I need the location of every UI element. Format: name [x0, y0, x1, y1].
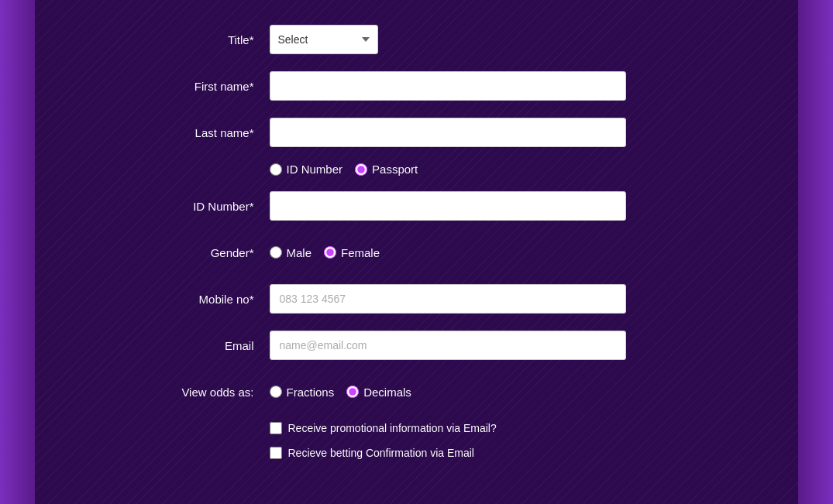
mobile-row: Mobile no*	[115, 283, 719, 315]
view-odds-row: View odds as: Fractions Decimals	[115, 375, 719, 408]
last-name-label: Last name*	[115, 126, 270, 139]
passport-option[interactable]: Passport	[355, 163, 418, 176]
promo-email-checkbox[interactable]	[270, 422, 282, 434]
male-option-label: Male	[287, 246, 312, 259]
first-name-input[interactable]	[270, 71, 626, 101]
id-type-row: ID Number Passport	[115, 163, 719, 176]
title-control: Select Mr Mrs Miss Ms Dr Prof	[270, 25, 719, 54]
passport-radio[interactable]	[355, 163, 367, 176]
gender-label: Gender*	[115, 246, 270, 259]
promo-email-option[interactable]: Receive promotional information via Emai…	[270, 422, 497, 434]
first-name-row: First name*	[115, 70, 719, 102]
id-number-row: ID Number*	[115, 190, 719, 222]
passport-option-label: Passport	[372, 163, 418, 176]
email-input[interactable]	[270, 331, 626, 360]
betting-confirm-row: Recieve betting Confirmation via Email	[115, 447, 719, 459]
id-number-control	[270, 191, 719, 221]
fractions-option[interactable]: Fractions	[270, 386, 335, 399]
id-number-input[interactable]	[270, 191, 626, 221]
first-name-control	[270, 71, 719, 101]
betting-confirm-label: Recieve betting Confirmation via Email	[288, 447, 474, 459]
female-radio[interactable]	[324, 246, 336, 259]
gender-row: Gender* Male Female	[115, 236, 719, 269]
mobile-input[interactable]	[270, 284, 626, 314]
betting-confirm-option[interactable]: Recieve betting Confirmation via Email	[270, 447, 474, 459]
view-odds-label: View odds as:	[115, 386, 270, 399]
id-number-option[interactable]: ID Number	[270, 163, 343, 176]
title-select[interactable]: Select Mr Mrs Miss Ms Dr Prof	[270, 25, 378, 54]
title-label: Title*	[115, 33, 270, 46]
gender-control: Male Female	[270, 246, 719, 259]
decimals-radio[interactable]	[346, 386, 359, 398]
betting-confirm-checkbox[interactable]	[270, 447, 282, 459]
id-number-radio[interactable]	[270, 163, 282, 176]
mobile-label: Mobile no*	[115, 293, 270, 306]
id-number-option-label: ID Number	[287, 163, 343, 176]
promo-email-row: Receive promotional information via Emai…	[115, 422, 719, 434]
female-option-label: Female	[341, 246, 380, 259]
decimals-option-label: Decimals	[363, 386, 411, 399]
male-option[interactable]: Male	[270, 246, 312, 259]
view-odds-control: Fractions Decimals	[270, 386, 719, 399]
view-odds-group: Fractions Decimals	[270, 386, 719, 399]
email-label: Email	[115, 339, 270, 352]
email-control	[270, 331, 719, 360]
title-row: Title* Select Mr Mrs Miss Ms Dr Prof	[115, 23, 719, 56]
id-type-group: ID Number Passport	[270, 163, 418, 176]
male-radio[interactable]	[270, 246, 282, 259]
id-number-label: ID Number*	[115, 200, 270, 213]
female-option[interactable]: Female	[324, 246, 380, 259]
gender-group: Male Female	[270, 246, 719, 259]
first-name-label: First name*	[115, 80, 270, 93]
fractions-option-label: Fractions	[287, 386, 335, 399]
last-name-row: Last name*	[115, 116, 719, 149]
fractions-radio[interactable]	[270, 386, 282, 398]
last-name-input[interactable]	[270, 118, 626, 147]
promo-email-label: Receive promotional information via Emai…	[288, 422, 497, 434]
last-name-control	[270, 118, 719, 147]
mobile-control	[270, 284, 719, 314]
email-row: Email	[115, 329, 719, 362]
registration-form: Title* Select Mr Mrs Miss Ms Dr Prof Fir…	[68, 8, 766, 487]
decimals-option[interactable]: Decimals	[346, 386, 411, 399]
